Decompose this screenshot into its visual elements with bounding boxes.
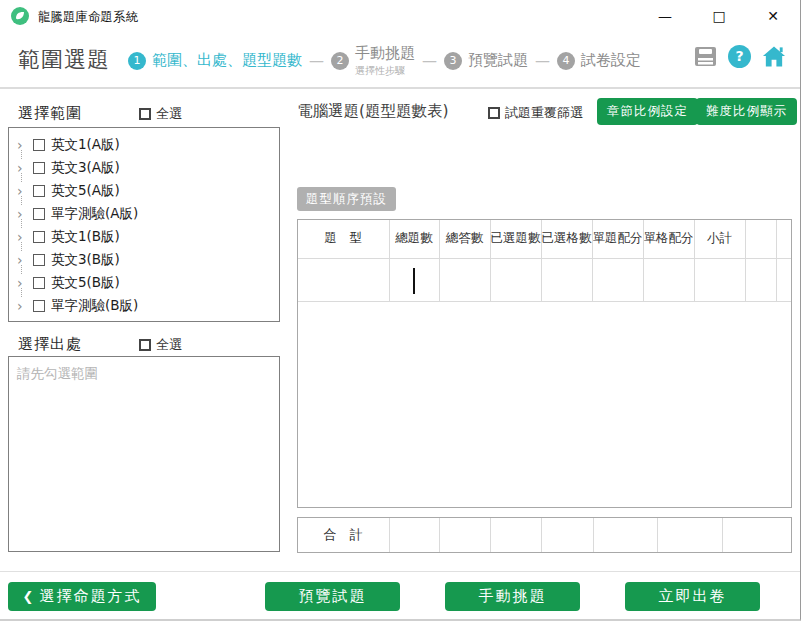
step-separator: —: [422, 52, 437, 70]
range-item-label: 單字測驗(B版): [51, 297, 138, 315]
range-item-checkbox[interactable]: [33, 208, 45, 220]
save-icon[interactable]: [693, 44, 717, 68]
col-header-total-answers: 總答數: [439, 220, 490, 258]
cell-selected-blanks[interactable]: [541, 258, 592, 301]
source-select-all-label: 全選: [156, 336, 182, 354]
header-actions: ?: [693, 44, 786, 68]
expand-chevron-icon[interactable]: ›: [17, 184, 31, 198]
cell-points-per-question[interactable]: [592, 258, 643, 301]
totals-label: 合 計: [298, 518, 389, 552]
home-icon[interactable]: [762, 44, 786, 68]
window-controls: — □ ✕: [638, 0, 800, 32]
expand-chevron-icon[interactable]: ›: [17, 299, 31, 313]
step-3-preview[interactable]: 3 預覽試題: [444, 51, 528, 70]
duplicate-filter-label: 試題重覆篩選: [505, 104, 583, 122]
range-tree-item[interactable]: › 單字測驗(A版): [11, 202, 277, 225]
col-header-selected-blanks: 已選格數: [541, 220, 592, 258]
range-section-header: 選擇範圍 全選: [18, 104, 182, 123]
step-2-sublabel: 選擇性步驟: [355, 64, 415, 78]
back-button-label: 選擇命題方式: [39, 587, 141, 606]
type-order-preset-button[interactable]: 題型順序預設: [297, 187, 396, 211]
minimize-button[interactable]: —: [638, 0, 692, 32]
header: 範圍選題 1 範圍、出處、題型題數 — 2 手動挑題 選擇性步驟 — 3 預覽試…: [0, 32, 800, 89]
duplicate-filter: 試題重覆篩選: [488, 104, 583, 122]
computer-select-title: 電腦選題(題型題數表): [297, 101, 449, 122]
cell-question-type[interactable]: [298, 258, 389, 301]
range-tree-item[interactable]: › 單字測驗(B版): [11, 294, 277, 317]
difficulty-ratio-button[interactable]: 難度比例顯示: [696, 98, 797, 125]
col-header-points-per-question: 單題配分: [592, 220, 643, 258]
range-tree-item[interactable]: › 英文1(B版): [11, 225, 277, 248]
range-tree-item[interactable]: › 英文3(A版): [11, 156, 277, 179]
generate-paper-button[interactable]: 立即出卷: [625, 582, 760, 611]
expand-chevron-icon[interactable]: ›: [17, 253, 31, 267]
cell-total-answers[interactable]: [439, 258, 490, 301]
page-title: 範圍選題: [18, 45, 110, 75]
col-header-selected-questions: 已選題數: [490, 220, 541, 258]
totals-cell: [593, 518, 657, 552]
expand-chevron-icon[interactable]: ›: [17, 161, 31, 175]
cell-subtotal[interactable]: [694, 258, 745, 301]
step-wizard: 1 範圍、出處、題型題數 — 2 手動挑題 選擇性步驟 — 3 預覽試題 — 4…: [128, 32, 641, 89]
col-header-empty: [745, 220, 776, 258]
close-button[interactable]: ✕: [746, 0, 800, 32]
chevron-left-icon: ❮: [23, 589, 34, 604]
titlebar: 龍騰題庫命題系統 — □ ✕: [0, 0, 800, 32]
step-2-manual-pick[interactable]: 2 手動挑題 選擇性步驟: [331, 44, 415, 78]
text-cursor: [413, 268, 415, 294]
app-logo-icon: [11, 7, 29, 25]
range-tree-item[interactable]: › 英文1(A版): [11, 133, 277, 156]
table-header-row: 題 型 總題數 總答數 已選題數 已選格數 單題配分 單格配分 小計: [298, 220, 791, 258]
duplicate-filter-checkbox[interactable]: [488, 107, 500, 119]
totals-cell: [541, 518, 593, 552]
help-icon[interactable]: ?: [728, 45, 751, 68]
range-tree-item[interactable]: › 英文5(B版): [11, 271, 277, 294]
expand-chevron-icon[interactable]: ›: [17, 138, 31, 152]
range-item-label: 英文5(A版): [51, 182, 120, 200]
totals-cell: [657, 518, 722, 552]
range-item-checkbox[interactable]: [33, 185, 45, 197]
range-select-all-label: 全選: [156, 105, 182, 123]
range-item-label: 英文3(A版): [51, 159, 120, 177]
back-to-mode-button[interactable]: ❮ 選擇命題方式: [8, 582, 156, 611]
totals-row: 合 計: [298, 518, 791, 552]
col-header-empty: [776, 220, 791, 258]
step-1-number: 1: [128, 52, 146, 70]
source-placeholder: 請先勾選範圍: [17, 365, 98, 381]
totals-cell: [389, 518, 439, 552]
expand-chevron-icon[interactable]: ›: [17, 276, 31, 290]
range-item-label: 英文1(B版): [51, 228, 120, 246]
step-1-range[interactable]: 1 範圍、出處、題型題數: [128, 51, 302, 70]
source-section-title: 選擇出處: [18, 335, 82, 354]
step-2-number: 2: [331, 52, 349, 70]
cell-points-per-blank[interactable]: [643, 258, 694, 301]
totals-cell: [490, 518, 541, 552]
source-select-all-checkbox[interactable]: [139, 339, 151, 351]
range-item-checkbox[interactable]: [33, 162, 45, 174]
manual-pick-button[interactable]: 手動挑題: [445, 582, 580, 611]
cell-empty: [776, 258, 791, 301]
window-title: 龍騰題庫命題系統: [38, 9, 138, 26]
range-tree: › 英文1(A版) › 英文3(A版) › 英文5(A版) › 單字測驗(A版)…: [8, 127, 280, 322]
step-4-number: 4: [557, 52, 575, 70]
range-item-checkbox[interactable]: [33, 231, 45, 243]
preview-questions-button[interactable]: 預覽試題: [265, 582, 400, 611]
maximize-button[interactable]: □: [692, 0, 746, 32]
range-item-checkbox[interactable]: [33, 139, 45, 151]
app-window: 龍騰題庫命題系統 — □ ✕ 範圍選題 1 範圍、出處、題型題數 — 2 手動挑…: [0, 0, 801, 621]
range-item-checkbox[interactable]: [33, 254, 45, 266]
col-header-points-per-blank: 單格配分: [643, 220, 694, 258]
step-4-paper-settings[interactable]: 4 試卷設定: [557, 51, 641, 70]
cell-selected-questions[interactable]: [490, 258, 541, 301]
range-item-checkbox[interactable]: [33, 277, 45, 289]
expand-chevron-icon[interactable]: ›: [17, 207, 31, 221]
range-select-all-checkbox[interactable]: [139, 108, 151, 120]
range-tree-item[interactable]: › 英文5(A版): [11, 179, 277, 202]
cell-total-questions[interactable]: [389, 258, 439, 301]
expand-chevron-icon[interactable]: ›: [17, 230, 31, 244]
totals-cell: [439, 518, 490, 552]
source-list: 請先勾選範圍: [8, 356, 280, 552]
range-item-checkbox[interactable]: [33, 300, 45, 312]
range-tree-item[interactable]: › 英文3(B版): [11, 248, 277, 271]
chapter-ratio-button[interactable]: 章節比例設定: [597, 98, 698, 125]
